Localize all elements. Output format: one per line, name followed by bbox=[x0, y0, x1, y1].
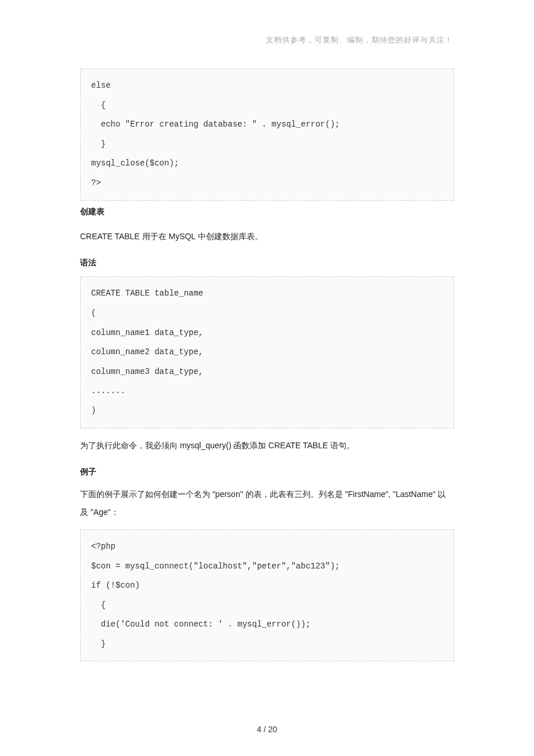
paragraph-create-table-desc: CREATE TABLE 用于在 MySQL 中创建数据库表。 bbox=[80, 228, 454, 246]
code-block-1: else { echo "Error creating database: " … bbox=[80, 69, 454, 201]
page-number: 4 / 20 bbox=[0, 725, 534, 734]
code-block-3: <?php $con = mysql_connect("localhost","… bbox=[80, 530, 454, 662]
code-block-2: CREATE TABLE table_name ( column_name1 d… bbox=[80, 276, 454, 428]
document-page: 文档供参考，可复制、编制，期待您的好评与关注！ else { echo "Err… bbox=[0, 0, 534, 756]
header-note: 文档供参考，可复制、编制，期待您的好评与关注！ bbox=[80, 35, 454, 45]
heading-create-table: 创建表 bbox=[80, 207, 454, 217]
paragraph-execute-note: 为了执行此命令，我必须向 mysql_query() 函数添加 CREATE T… bbox=[80, 437, 454, 455]
subheading-syntax: 语法 bbox=[80, 258, 454, 268]
paragraph-example-intro: 下面的例子展示了如何创建一个名为 "person" 的表，此表有三列。列名是 "… bbox=[80, 485, 454, 521]
subheading-example: 例子 bbox=[80, 467, 454, 477]
